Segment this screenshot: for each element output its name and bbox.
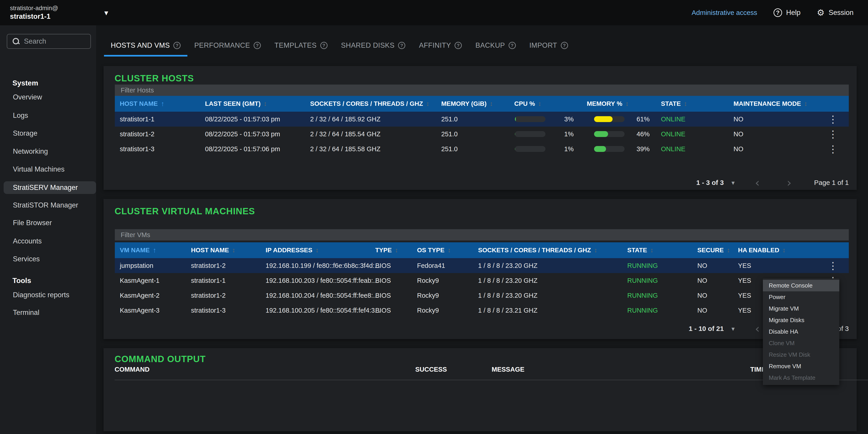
- vms-col-ha[interactable]: HA ENABLED: [738, 242, 786, 258]
- help-circle-icon: [508, 42, 516, 49]
- help-menu[interactable]: Help: [774, 8, 801, 17]
- vms-col-type[interactable]: TYPE: [375, 242, 398, 258]
- menu-item-mark-as-template: Mark As Template: [763, 372, 839, 383]
- hosts-col-memory[interactable]: MEMORY (GiB): [441, 96, 493, 112]
- session-menu[interactable]: Session: [817, 8, 854, 17]
- hosts-pagination-range[interactable]: 1 - 3 of 3: [696, 179, 724, 186]
- sidebar-item-stratistor-manager[interactable]: StratiSTOR Manager: [0, 199, 96, 212]
- sidebar-item-virtual-machines[interactable]: Virtual Machines: [0, 163, 96, 176]
- menu-item-clone-vm: Clone VM: [763, 338, 839, 349]
- search-input[interactable]: Search: [7, 34, 91, 49]
- chevron-down-icon[interactable]: ▾: [732, 325, 735, 333]
- sidebar-item-stratiserv-manager[interactable]: StratiSERV Manager: [4, 181, 96, 194]
- user-menu[interactable]: stratistor-admin@ stratistor1-1 ▾: [0, 4, 108, 21]
- sort-icon: [315, 247, 319, 254]
- menu-item-migrate-disks[interactable]: Migrate Disks: [763, 314, 839, 326]
- search-icon: [13, 38, 20, 45]
- help-circle-icon: [254, 42, 261, 49]
- sidebar-item-storage[interactable]: Storage: [0, 127, 96, 140]
- help-icon: [774, 8, 782, 17]
- vms-col-secure[interactable]: SECURE: [698, 242, 730, 258]
- session-label: Session: [829, 8, 854, 17]
- host-row-stratistor1-2[interactable]: stratistor1-2 08/22/2025 - 01:57:03 pm 2…: [115, 127, 849, 142]
- page-next-icon[interactable]: ›: [787, 177, 792, 188]
- sidebar-item-logs[interactable]: Logs: [0, 109, 96, 122]
- sort-ascending-icon: [161, 100, 164, 107]
- vms-col-host-name[interactable]: HOST NAME: [191, 242, 235, 258]
- vms-col-vm-name[interactable]: VM NAME: [120, 242, 156, 258]
- cluster-hosts-card: CLUSTER HOSTS Filter Hosts HOST NAME LAS…: [103, 66, 857, 190]
- tab-affinity[interactable]: AFFINITY: [412, 36, 469, 55]
- tab-shared-disks[interactable]: SHARED DISKS: [334, 36, 412, 55]
- cluster-vms-card: CLUSTER VIRTUAL MACHINES Filter VMs VM N…: [103, 199, 857, 339]
- vms-col-state[interactable]: STATE: [627, 242, 653, 258]
- vms-pagination-range[interactable]: 1 - 10 of 21: [689, 325, 724, 333]
- sort-icon: [538, 100, 541, 107]
- tab-templates[interactable]: TEMPLATES: [268, 36, 334, 55]
- sort-ascending-icon: [153, 246, 156, 254]
- help-circle-icon: [398, 42, 405, 49]
- vms-col-os-type[interactable]: OS TYPE: [417, 242, 451, 258]
- sidebar-item-accounts[interactable]: Accounts: [0, 235, 96, 248]
- hosts-page-indicator: Page 1 of 1: [814, 179, 849, 186]
- hosts-col-mem-pct[interactable]: MEMORY %: [587, 96, 629, 112]
- sort-icon: [650, 247, 653, 254]
- sort-icon: [594, 247, 597, 254]
- hosts-pagination: 1 - 3 of 3 ▾ ‹ › Page 1 of 1: [696, 177, 849, 188]
- kebab-menu-icon[interactable]: [828, 112, 838, 127]
- vms-col-ip[interactable]: IP ADDRESSES: [266, 242, 319, 258]
- kebab-menu-icon[interactable]: [828, 258, 838, 273]
- menu-item-migrate-vm[interactable]: Migrate VM: [763, 303, 839, 314]
- tab-performance[interactable]: PERFORMANCE: [187, 36, 268, 55]
- hosts-col-last-seen[interactable]: LAST SEEN (GMT): [205, 96, 267, 112]
- sort-icon: [395, 247, 398, 254]
- hosts-col-host-name[interactable]: HOST NAME: [120, 96, 164, 112]
- tab-import[interactable]: IMPORT: [523, 36, 575, 55]
- hosts-col-topology[interactable]: SOCKETS / CORES / THREADS / GHZ: [310, 96, 429, 112]
- tab-hosts-and-vms[interactable]: HOSTS AND VMS: [104, 36, 187, 55]
- user-name: stratistor-admin@: [10, 4, 58, 12]
- filter-hosts-input[interactable]: Filter Hosts: [115, 85, 849, 96]
- memory-bar: [594, 142, 625, 156]
- kebab-menu-icon[interactable]: [828, 127, 838, 142]
- page-previous-icon[interactable]: ‹: [755, 177, 760, 188]
- hosts-col-cpu[interactable]: CPU %: [514, 96, 541, 112]
- sidebar-item-diagnostic-reports[interactable]: Diagnostic reports: [0, 289, 96, 301]
- hosts-col-state[interactable]: STATE: [661, 96, 687, 112]
- menu-item-power[interactable]: Power: [763, 291, 839, 303]
- sidebar-item-file-browser[interactable]: File Browser: [0, 217, 96, 229]
- sort-icon: [447, 247, 451, 254]
- cpu-bar: [515, 127, 546, 142]
- sidebar-item-services[interactable]: Services: [0, 253, 96, 266]
- cluster-hosts-title: CLUSTER HOSTS: [115, 73, 194, 84]
- menu-item-remote-console[interactable]: Remote Console: [763, 280, 839, 291]
- filter-vms-input[interactable]: Filter VMs: [115, 229, 849, 241]
- cmd-col-command: COMMAND: [115, 366, 150, 373]
- cpu-bar: [515, 112, 546, 127]
- sidebar-item-overview[interactable]: Overview: [0, 91, 96, 103]
- host-row-stratistor1-1[interactable]: stratistor1-1 08/22/2025 - 01:57:03 pm 2…: [115, 112, 849, 127]
- vm-row-kasmagent-1[interactable]: KasmAgent-1 stratistor1-1 192.168.100.20…: [115, 273, 849, 288]
- vm-row-jumpstation[interactable]: jumpstation stratistor1-2 192.168.10.199…: [115, 258, 849, 273]
- command-output-title: COMMAND OUTPUT: [115, 354, 206, 364]
- vm-row-kasmagent-3[interactable]: KasmAgent-3 stratistor1-3 192.168.100.20…: [115, 303, 849, 318]
- chevron-down-icon[interactable]: ▾: [732, 179, 735, 186]
- sidebar-item-terminal[interactable]: Terminal: [0, 306, 96, 319]
- kebab-menu-icon[interactable]: [828, 142, 838, 156]
- vm-row-kasmagent-2[interactable]: KasmAgent-2 stratistor1-2 192.168.100.20…: [115, 288, 849, 303]
- hosts-table-header: HOST NAME LAST SEEN (GMT) SOCKETS / CORE…: [115, 96, 849, 112]
- host-state: ONLINE: [661, 127, 685, 142]
- hosts-col-maintenance[interactable]: MAINTENANCE MODE: [734, 96, 807, 112]
- user-host: stratistor1-1: [10, 12, 58, 21]
- administrative-access-link[interactable]: Administrative access: [692, 9, 757, 17]
- vm-state: RUNNING: [627, 303, 658, 318]
- vms-col-topology[interactable]: SOCKETS / CORES / THREADS / GHZ: [478, 242, 597, 258]
- menu-item-disable-ha[interactable]: Disable HA: [763, 326, 839, 338]
- page-previous-icon[interactable]: ‹: [755, 323, 760, 335]
- host-row-stratistor1-3[interactable]: stratistor1-3 08/22/2025 - 01:57:06 pm 2…: [115, 142, 849, 156]
- tab-backup[interactable]: BACKUP: [469, 36, 522, 55]
- menu-item-remove-vm[interactable]: Remove VM: [763, 361, 839, 372]
- sidebar-item-networking[interactable]: Networking: [0, 145, 96, 158]
- sidebar: Search System Overview Logs Storage Netw…: [0, 25, 96, 434]
- sort-icon: [684, 100, 687, 107]
